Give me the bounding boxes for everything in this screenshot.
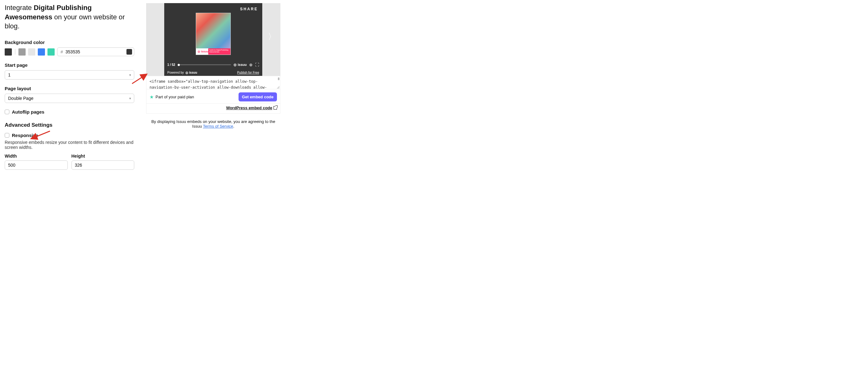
start-page-label: Start page <box>5 62 134 68</box>
scrollbar-thumb[interactable] <box>278 77 279 80</box>
start-page-select[interactable]: 1 <box>5 70 134 79</box>
tos-text: By displaying Issuu embeds on your websi… <box>146 119 280 129</box>
hex-preview <box>126 49 132 55</box>
embed-preview: SHARE ◎ issuu Toolkit for Digital Publis… <box>146 3 280 76</box>
share-button[interactable]: SHARE <box>240 7 258 11</box>
powered-bar: Powered by ◎ issuu Publish for Free <box>164 70 262 76</box>
fullscreen-icon[interactable]: ⛶ <box>255 62 259 67</box>
layout-select[interactable]: Double Page <box>5 94 134 103</box>
responsive-label: Responsive <box>12 133 38 138</box>
height-input[interactable] <box>71 160 134 170</box>
next-page-arrow[interactable]: 〉 <box>268 31 276 42</box>
resize-handle[interactable] <box>277 86 279 89</box>
autoflip-label: Autoflip pages <box>12 109 44 115</box>
cover-tag: Toolkit for Digital Publishing Awesomene… <box>208 49 230 55</box>
plan-text: Part of your paid plan <box>155 95 194 99</box>
embed-code-text: <iframe sandbox="allow-top-navigation al… <box>150 79 271 89</box>
powered-brand: ◎ issuu <box>185 71 197 74</box>
autoflip-checkbox[interactable] <box>5 109 9 114</box>
cover-issuu-logo: ◎ issuu <box>198 50 208 53</box>
advanced-heading: Advanced Settings <box>5 122 134 128</box>
height-label: Height <box>71 154 134 159</box>
publish-free-link[interactable]: Publish for Free <box>237 71 259 74</box>
tos-suffix: . <box>233 124 235 129</box>
width-input[interactable] <box>5 160 68 170</box>
progress-track[interactable] <box>178 64 231 65</box>
layout-label: Page layout <box>5 86 134 91</box>
swatch-row: # <box>5 47 134 56</box>
publication-cover[interactable]: ◎ issuu Toolkit for Digital Publishing A… <box>196 13 231 55</box>
embed-code-box[interactable]: <iframe sandbox="allow-top-navigation al… <box>146 76 280 89</box>
player: SHARE ◎ issuu Toolkit for Digital Publis… <box>164 3 262 70</box>
issuu-logo: ◎ issuu <box>234 63 247 67</box>
responsive-checkbox[interactable] <box>5 133 9 138</box>
swatch-blue[interactable] <box>38 49 45 56</box>
progress-thumb[interactable] <box>178 64 180 66</box>
hex-input-wrap: # <box>57 47 134 56</box>
wordpress-embed-link[interactable]: WordPress embed code <box>226 105 272 110</box>
swatch-divider <box>15 49 15 55</box>
zoom-icon[interactable]: ⊕ <box>249 62 253 67</box>
page-counter: 1 / 52 <box>167 63 175 66</box>
get-embed-button[interactable]: Get embed code <box>239 92 277 101</box>
hex-input[interactable] <box>66 49 125 54</box>
width-label: Width <box>5 154 68 159</box>
external-link-icon <box>274 106 277 109</box>
powered-by-text: Powered by <box>167 71 184 74</box>
swatch-light[interactable] <box>28 49 35 56</box>
hex-prefix: # <box>61 49 63 54</box>
bg-color-label: Background color <box>5 40 134 45</box>
tos-link[interactable]: Terms of Service <box>203 124 233 129</box>
swatch-dark[interactable] <box>5 49 12 56</box>
title-prefix: Integrate <box>5 4 34 11</box>
swatch-teal[interactable] <box>48 49 55 56</box>
page-title: Integrate Digital Publishing Awesomeness… <box>5 3 134 31</box>
star-icon: ★ <box>150 94 154 100</box>
swatch-grey[interactable] <box>19 49 26 56</box>
responsive-desc: Responsive embeds resize your content to… <box>5 140 134 150</box>
